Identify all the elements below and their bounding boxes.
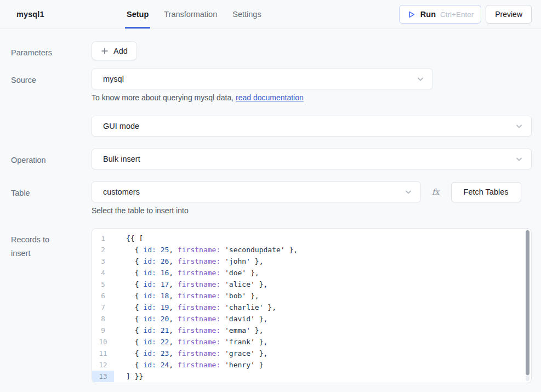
line-number: 3 <box>92 255 114 267</box>
tab-setup[interactable]: Setup <box>125 0 150 29</box>
source-select[interactable]: mysql <box>92 69 433 89</box>
parameters-label: Parameters <box>11 41 92 60</box>
line-number: 7 <box>92 302 114 313</box>
chevron-down-icon <box>416 75 425 83</box>
code-line-content: {{ [ <box>114 232 143 244</box>
line-number: 1 <box>92 232 114 244</box>
source-row: Source mysql To know more about querying… <box>11 69 532 102</box>
fx-toggle-icon[interactable]: fx <box>432 188 440 196</box>
code-line-content: { id: 25, firstname: 'secondupdate' }, <box>114 244 298 255</box>
line-number: 6 <box>92 290 114 302</box>
chevron-down-icon <box>515 155 523 163</box>
editor-line[interactable]: 5 { id: 17, firstname: 'alice' }, <box>92 279 531 290</box>
line-number: 12 <box>92 359 114 371</box>
editor-line[interactable]: 13] }} <box>92 371 531 382</box>
table-select[interactable]: customers <box>92 181 421 202</box>
editor-scrollbar[interactable] <box>526 230 529 375</box>
chevron-down-icon <box>515 122 523 130</box>
code-line-content: { id: 22, firstname: 'frank' }, <box>114 336 267 348</box>
add-parameter-button[interactable]: Add <box>92 41 137 60</box>
editor-line[interactable]: 7 { id: 19, firstname: 'charlie' }, <box>92 302 531 313</box>
line-number: 10 <box>92 336 114 348</box>
editor-lines: 1{{ [2 { id: 25, firstname: 'secondupdat… <box>92 232 531 382</box>
records-editor-input[interactable]: 1{{ [2 { id: 25, firstname: 'secondupdat… <box>92 228 532 383</box>
code-line-content: { id: 18, firstname: 'bob' }, <box>114 290 259 302</box>
add-parameter-label: Add <box>113 47 128 55</box>
line-number: 5 <box>92 279 114 290</box>
table-helper-text: Select the table to insert into <box>92 206 532 215</box>
source-select-value: mysql <box>103 75 124 83</box>
code-line-content: ] }} <box>114 371 143 382</box>
line-number: 13 <box>92 371 114 382</box>
read-documentation-link[interactable]: read documentation <box>236 93 304 102</box>
run-shortcut-hint: Ctrl+Enter <box>440 10 474 19</box>
line-number: 9 <box>92 325 114 336</box>
records-row: Records to insert 1{{ [2 { id: 25, first… <box>11 228 532 383</box>
operation-select-value: Bulk insert <box>103 155 140 163</box>
editor-line[interactable]: 12 { id: 24, firstname: 'henry' } <box>92 359 531 371</box>
parameters-row: Parameters Add <box>11 41 532 60</box>
query-title: mysql1 <box>16 10 109 19</box>
table-label: Table <box>11 181 92 215</box>
tab-transformation[interactable]: Transformation <box>162 0 219 29</box>
source-helper-text: To know more about querying mysql data, … <box>92 93 532 102</box>
run-button[interactable]: Run Ctrl+Enter <box>399 5 481 24</box>
editor-line[interactable]: 4 { id: 16, firstname: 'doe' }, <box>92 267 531 279</box>
operation-select[interactable]: Bulk insert <box>92 149 532 169</box>
fetch-tables-button[interactable]: Fetch Tables <box>451 182 521 202</box>
mode-select[interactable]: GUI mode <box>92 116 532 137</box>
table-select-value: customers <box>103 188 140 196</box>
header-actions: Run Ctrl+Enter Preview <box>399 5 532 24</box>
query-setup-form: Parameters Add Source mysql To know more… <box>0 29 541 383</box>
operation-label: Operation <box>11 149 92 169</box>
editor-line[interactable]: 6 { id: 18, firstname: 'bob' }, <box>92 290 531 302</box>
mode-select-value: GUI mode <box>103 122 139 130</box>
line-number: 8 <box>92 313 114 325</box>
editor-line[interactable]: 10 { id: 22, firstname: 'frank' }, <box>92 336 531 348</box>
preview-button[interactable]: Preview <box>486 5 532 24</box>
plus-icon <box>101 47 109 55</box>
editor-line[interactable]: 9 { id: 21, firstname: 'emma' }, <box>92 325 531 336</box>
editor-line[interactable]: 2 { id: 25, firstname: 'secondupdate' }, <box>92 244 531 255</box>
code-line-content: { id: 17, firstname: 'alice' }, <box>114 279 267 290</box>
code-line-content: { id: 23, firstname: 'grace' }, <box>114 348 267 359</box>
chevron-down-icon <box>404 188 413 196</box>
query-editor-header: mysql1 SetupTransformationSettings Run C… <box>0 0 541 29</box>
line-number: 11 <box>92 348 114 359</box>
records-label: Records to insert <box>11 228 92 383</box>
code-line-content: { id: 24, firstname: 'henry' } <box>114 359 264 371</box>
line-number: 2 <box>92 244 114 255</box>
editor-line[interactable]: 3 { id: 26, firstname: 'john' }, <box>92 255 531 267</box>
editor-line[interactable]: 11 { id: 23, firstname: 'grace' }, <box>92 348 531 359</box>
table-row: Table customers fx Fetch Tables Select t… <box>11 181 532 215</box>
editor-scrollbar-track <box>526 375 529 381</box>
tab-settings[interactable]: Settings <box>231 0 263 29</box>
editor-line[interactable]: 8 { id: 20, firstname: 'david' }, <box>92 313 531 325</box>
play-icon <box>407 10 416 19</box>
code-line-content: { id: 21, firstname: 'emma' }, <box>114 325 264 336</box>
run-button-label: Run <box>420 10 436 19</box>
code-line-content: { id: 26, firstname: 'john' }, <box>114 255 264 267</box>
code-line-content: { id: 20, firstname: 'david' }, <box>114 313 267 325</box>
operation-row: Operation Bulk insert <box>11 149 532 169</box>
code-line-content: { id: 19, firstname: 'charlie' }, <box>114 302 276 313</box>
editor-line[interactable]: 1{{ [ <box>92 232 531 244</box>
tab-bar: SetupTransformationSettings <box>125 0 275 29</box>
line-number: 4 <box>92 267 114 279</box>
code-line-content: { id: 16, firstname: 'doe' }, <box>114 267 259 279</box>
mode-row: GUI mode <box>11 116 532 137</box>
source-label: Source <box>11 69 92 102</box>
